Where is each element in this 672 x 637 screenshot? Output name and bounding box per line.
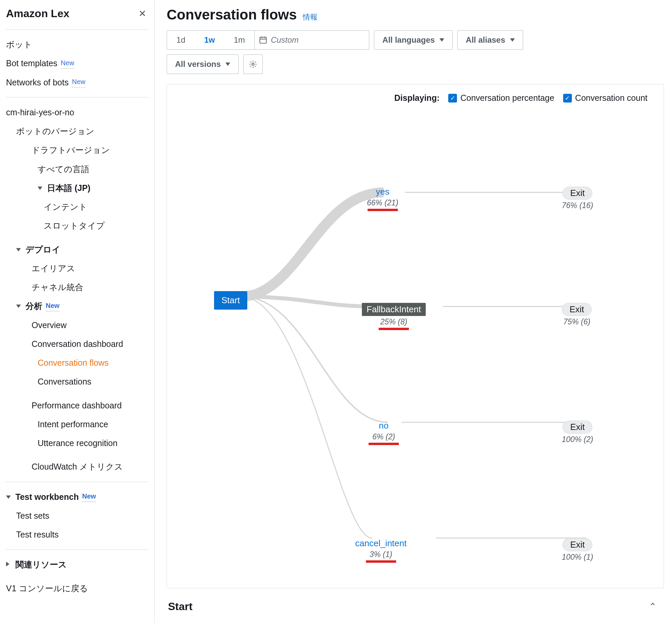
flow-exit-fallback-label: Exit — [562, 303, 592, 316]
range-1m[interactable]: 1m — [224, 31, 254, 50]
chevron-down-icon — [16, 302, 22, 310]
flow-node-yes[interactable]: yes 66% (21) — [367, 186, 398, 211]
chevron-up-icon: ⌃ — [649, 601, 656, 612]
nav-bot-templates[interactable]: Bot templates New — [0, 54, 154, 73]
nav-v1-console-label: V1 コンソールに戻る — [6, 582, 88, 594]
display-options: Displaying: ✓ Conversation percentage ✓ … — [183, 93, 648, 103]
nav-intent-perf-label: Intent performance — [38, 418, 108, 430]
flow-node-no-stat: 6% (2) — [372, 432, 395, 441]
nav-conversations[interactable]: Conversations — [0, 372, 154, 391]
nav-deploy[interactable]: デプロイ — [0, 240, 154, 259]
all-versions-label: All versions — [175, 59, 221, 69]
flow-node-start[interactable]: Start — [214, 291, 247, 310]
nav-bot-templates-label: Bot templates — [6, 57, 57, 69]
flow-node-fallback-label: FallbackIntent — [362, 303, 426, 316]
range-1d[interactable]: 1d — [167, 31, 195, 50]
display-label: Displaying: — [394, 93, 440, 103]
main-content: Conversation flows 情報 1d 1w 1m Custom — [154, 0, 672, 623]
checkbox-conv-percentage[interactable]: ✓ Conversation percentage — [448, 93, 554, 103]
nav-overview[interactable]: Overview — [0, 316, 154, 334]
flow-lines — [181, 111, 650, 575]
nav-v1-console[interactable]: V1 コンソールに戻る — [0, 579, 154, 598]
all-versions-dropdown[interactable]: All versions — [167, 54, 239, 74]
new-badge: New — [61, 58, 74, 69]
new-badge: New — [46, 301, 59, 311]
flow-exit-fallback-stat: 75% (6) — [563, 317, 590, 326]
nav-bot-version[interactable]: ボットのバージョン — [0, 122, 154, 141]
flow-exit-fallback[interactable]: Exit 75% (6) — [562, 303, 592, 326]
flow-exit-cancel[interactable]: Exit 100% (1) — [562, 538, 593, 562]
red-underline — [366, 560, 396, 563]
nav-test-sets[interactable]: Test sets — [0, 506, 154, 525]
detail-accordion[interactable]: Start ⌃ — [167, 598, 664, 616]
checkbox-conv-count[interactable]: ✓ Conversation count — [563, 93, 648, 103]
range-custom[interactable]: Custom — [255, 31, 369, 50]
nav-channel[interactable]: チャネル統合 — [0, 278, 154, 296]
nav-all-languages[interactable]: すべての言語 — [0, 160, 154, 179]
red-underline — [368, 209, 398, 211]
red-underline — [379, 328, 409, 330]
flow-exit-cancel-label: Exit — [562, 538, 592, 551]
settings-button[interactable] — [243, 54, 263, 74]
flow-start-label: Start — [214, 291, 247, 310]
nav-aliases[interactable]: エイリアス — [0, 259, 154, 278]
detail-accordion-title: Start — [168, 600, 192, 613]
toolbar: 1d 1w 1m Custom All languages — [167, 30, 664, 50]
nav-cloudwatch-label: CloudWatch メトリクス — [32, 460, 123, 473]
nav-bots[interactable]: ボット — [0, 35, 154, 54]
new-badge: New — [72, 77, 85, 87]
flow-node-yes-label: yes — [376, 186, 389, 197]
close-icon[interactable]: ✕ — [138, 9, 146, 18]
time-range-selector: 1d 1w 1m Custom — [167, 30, 369, 50]
nav-intent-perf[interactable]: Intent performance — [0, 415, 154, 434]
flow-exit-yes[interactable]: Exit 76% (16) — [562, 186, 593, 210]
range-1w[interactable]: 1w — [195, 31, 224, 50]
checkbox-conv-count-label: Conversation count — [575, 93, 648, 103]
nav-japanese[interactable]: 日本語 (JP) — [0, 179, 154, 197]
nav-analysis[interactable]: 分析 New — [0, 296, 154, 315]
nav-deploy-label: デプロイ — [25, 243, 60, 255]
nav-bot-name[interactable]: cm-hirai-yes-or-no — [0, 103, 154, 122]
flow-node-no[interactable]: no 6% (2) — [369, 420, 399, 445]
flow-node-cancel[interactable]: cancel_intent 3% (1) — [355, 538, 407, 563]
nav-conv-flows[interactable]: Conversation flows — [0, 353, 154, 372]
all-languages-label: All languages — [382, 35, 435, 45]
all-languages-dropdown[interactable]: All languages — [374, 30, 453, 50]
chevron-down-icon — [225, 62, 230, 66]
nav-slot-types[interactable]: スロットタイプ — [0, 216, 154, 235]
chevron-right-icon — [6, 560, 12, 569]
page-title: Conversation flows — [167, 7, 297, 23]
flow-node-yes-stat: 66% (21) — [367, 198, 398, 207]
flow-node-fallback[interactable]: FallbackIntent 25% (8) — [362, 303, 426, 330]
nav-overview-label: Overview — [32, 319, 67, 331]
flow-exit-no-label: Exit — [562, 420, 592, 434]
nav-utterance[interactable]: Utterance recognition — [0, 434, 154, 453]
all-aliases-dropdown[interactable]: All aliases — [457, 30, 523, 50]
nav-networks[interactable]: Networks of bots New — [0, 73, 154, 92]
nav-perf-dashboard-label: Performance dashboard — [32, 399, 122, 412]
nav-bot-version-label: ボットのバージョン — [16, 125, 94, 137]
nav-conv-dashboard-label: Conversation dashboard — [32, 338, 123, 350]
nav-intent[interactable]: インテント — [0, 197, 154, 216]
flow-exit-yes-label: Exit — [562, 186, 592, 200]
info-link[interactable]: 情報 — [303, 12, 318, 22]
nav-test-sets-label: Test sets — [16, 510, 50, 522]
nav-related[interactable]: 関連リソース — [0, 555, 154, 574]
nav-slot-types-label: スロットタイプ — [44, 219, 105, 232]
flow-node-no-label: no — [379, 420, 389, 431]
chevron-down-icon — [16, 245, 22, 254]
nav-draft-version[interactable]: ドラフトバージョン — [0, 141, 154, 159]
nav-perf-dashboard[interactable]: Performance dashboard — [0, 396, 154, 415]
nav-related-label: 関連リソース — [16, 558, 67, 570]
new-badge: New — [82, 491, 96, 502]
flow-exit-no[interactable]: Exit 100% (2) — [562, 420, 593, 444]
nav-conv-dashboard[interactable]: Conversation dashboard — [0, 334, 154, 353]
nav-test-workbench[interactable]: Test workbench New — [0, 487, 154, 506]
nav-aliases-label: エイリアス — [32, 262, 75, 274]
chevron-down-icon — [510, 38, 515, 42]
nav-test-results[interactable]: Test results — [0, 525, 154, 544]
checkbox-checked-icon: ✓ — [563, 94, 572, 103]
range-custom-placeholder: Custom — [271, 35, 299, 45]
flow-exit-cancel-stat: 100% (1) — [562, 553, 593, 562]
nav-cloudwatch[interactable]: CloudWatch メトリクス — [0, 457, 154, 476]
